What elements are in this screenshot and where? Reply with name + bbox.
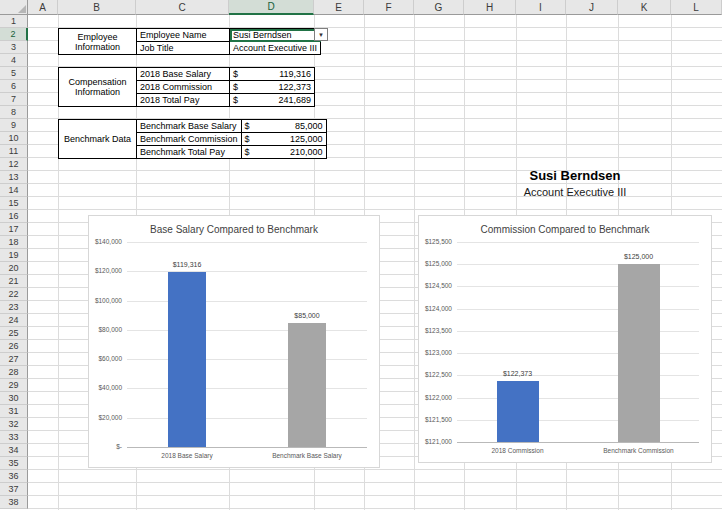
row-header-16[interactable]: 16 (0, 210, 28, 223)
employee-heading: Susi Berndsen Account Executive III (470, 168, 680, 198)
row-header-3[interactable]: 3 (0, 41, 28, 54)
row-header-2[interactable]: 2 (0, 28, 28, 41)
cell-value-benchmark-commission[interactable]: $125,000 (241, 133, 326, 146)
chart-gridline (457, 398, 699, 399)
row-header-37[interactable]: 37 (0, 483, 28, 496)
cell-field-benchmark-commission[interactable]: Benchmark Commission (137, 133, 242, 146)
chart-gridline (457, 442, 699, 443)
row-header-34[interactable]: 34 (0, 444, 28, 457)
row-header-17[interactable]: 17 (0, 223, 28, 236)
cell-value-benchmark-total-pay[interactable]: $210,000 (241, 146, 326, 159)
row-header-6[interactable]: 6 (0, 80, 28, 93)
chart-base-salary[interactable]: Base Salary Compared to Benchmark$-$20,0… (88, 215, 380, 468)
y-axis-label: $124,500 (419, 282, 452, 289)
row-header-9[interactable]: 9 (0, 119, 28, 132)
column-header-A[interactable]: A (28, 0, 58, 15)
row-header-12[interactable]: 12 (0, 158, 28, 171)
column-header-I[interactable]: I (516, 0, 566, 15)
row-header-38[interactable]: 38 (0, 496, 28, 509)
cell-field-benchmark-total-pay[interactable]: Benchmark Total Pay (137, 146, 242, 159)
chart-gridline (457, 264, 699, 265)
column-header-K[interactable]: K (618, 0, 671, 15)
row-header-19[interactable]: 19 (0, 249, 28, 262)
cell-employee-information-label[interactable]: Employee Information (59, 29, 137, 55)
row-header-26[interactable]: 26 (0, 340, 28, 353)
bar-benchmark-commission[interactable] (618, 264, 660, 442)
row-header-1[interactable]: 1 (0, 15, 28, 28)
y-axis-label: $140,000 (89, 238, 122, 245)
row-header-18[interactable]: 18 (0, 236, 28, 249)
employee-title-heading: Account Executive III (470, 186, 680, 198)
cell-benchmark-data-label[interactable]: Benchmark Data (59, 120, 137, 159)
employee-name-dropdown[interactable]: ▼ (314, 28, 328, 41)
chart-gridline (457, 242, 699, 243)
y-axis-label: $- (89, 443, 122, 450)
row-header-11[interactable]: 11 (0, 145, 28, 158)
chart-gridline (457, 309, 699, 310)
column-gridline (414, 15, 415, 510)
chart-gridline (457, 353, 699, 354)
y-axis-label: $100,000 (89, 297, 122, 304)
chart-commission[interactable]: Commission Compared to Benchmark$121,000… (418, 215, 712, 463)
table-employee-information: Employee InformationEmployee NameSusi Be… (58, 28, 321, 55)
column-header-F[interactable]: F (364, 0, 414, 15)
row-header-33[interactable]: 33 (0, 431, 28, 444)
row-header-22[interactable]: 22 (0, 288, 28, 301)
cell-field-employee-name[interactable]: Employee Name (137, 29, 230, 42)
row-header-30[interactable]: 30 (0, 392, 28, 405)
bar-benchmark-base-salary[interactable] (288, 323, 326, 447)
cell-value-employee-name[interactable]: Susi Berndsen (230, 29, 321, 42)
row-header-23[interactable]: 23 (0, 301, 28, 314)
row-header-13[interactable]: 13 (0, 171, 28, 184)
cell-value-job-title[interactable]: Account Executive III (230, 42, 321, 55)
column-header-J[interactable]: J (566, 0, 618, 15)
cell-field-2018-total-pay[interactable]: 2018 Total Pay (137, 94, 230, 107)
row-header-25[interactable]: 25 (0, 327, 28, 340)
row-header-32[interactable]: 32 (0, 418, 28, 431)
cell-value-2018-total-pay[interactable]: $241,689 (230, 94, 315, 107)
column-header-E[interactable]: E (314, 0, 364, 15)
row-header-8[interactable]: 8 (0, 106, 28, 119)
cell-value-2018-base-salary[interactable]: $119,316 (230, 68, 315, 81)
bar-data-label: $122,373 (483, 370, 553, 377)
y-axis-label: $120,000 (89, 267, 122, 274)
cell-field-2018-commission[interactable]: 2018 Commission (137, 81, 230, 94)
row-header-7[interactable]: 7 (0, 93, 28, 106)
row-header-4[interactable]: 4 (0, 54, 28, 67)
spreadsheet: ABCDEFGHIJKL1234567891011121314151617181… (0, 0, 722, 510)
row-header-24[interactable]: 24 (0, 314, 28, 327)
column-header-H[interactable]: H (464, 0, 516, 15)
row-header-21[interactable]: 21 (0, 275, 28, 288)
row-header-36[interactable]: 36 (0, 470, 28, 483)
y-axis-label: $80,000 (89, 326, 122, 333)
column-header-D[interactable]: D (229, 0, 314, 15)
chart-gridline (127, 418, 367, 419)
cell-field-job-title[interactable]: Job Title (137, 42, 230, 55)
cell-field-2018-base-salary[interactable]: 2018 Base Salary (137, 68, 230, 81)
cell-value-benchmark-base-salary[interactable]: $85,000 (241, 120, 326, 133)
select-all-corner[interactable] (0, 0, 28, 15)
chart-gridline (457, 286, 699, 287)
bar-data-label: $85,000 (272, 312, 342, 319)
row-header-29[interactable]: 29 (0, 379, 28, 392)
row-header-20[interactable]: 20 (0, 262, 28, 275)
column-header-G[interactable]: G (414, 0, 464, 15)
row-header-35[interactable]: 35 (0, 457, 28, 470)
row-header-10[interactable]: 10 (0, 132, 28, 145)
row-header-28[interactable]: 28 (0, 366, 28, 379)
column-header-L[interactable]: L (671, 0, 722, 15)
bar-2018-commission[interactable] (497, 381, 539, 442)
bar-2018-base-salary[interactable] (168, 272, 206, 447)
row-header-27[interactable]: 27 (0, 353, 28, 366)
chart-gridline (127, 388, 367, 389)
cell-compensation-information-label[interactable]: Compensation Information (59, 68, 137, 107)
column-header-B[interactable]: B (58, 0, 136, 15)
column-header-C[interactable]: C (136, 0, 229, 15)
cell-field-benchmark-base-salary[interactable]: Benchmark Base Salary (137, 120, 242, 133)
row-header-15[interactable]: 15 (0, 197, 28, 210)
cell-value-2018-commission[interactable]: $122,373 (230, 81, 315, 94)
row-header-5[interactable]: 5 (0, 67, 28, 80)
row-header-14[interactable]: 14 (0, 184, 28, 197)
row-header-31[interactable]: 31 (0, 405, 28, 418)
y-axis-label: $20,000 (89, 414, 122, 421)
